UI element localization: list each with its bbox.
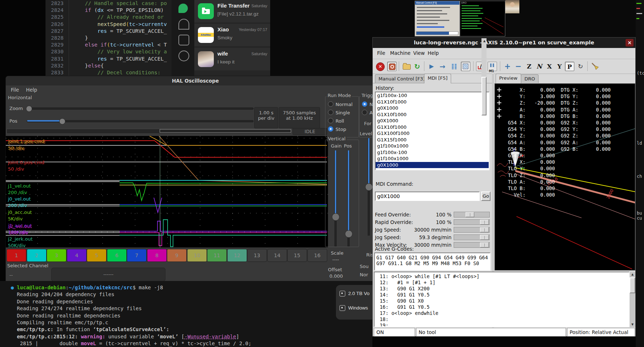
clear-plot-icon[interactable]	[590, 62, 600, 71]
program-scrollbar-thumb[interactable]	[630, 277, 635, 293]
channel-button[interactable]: 13	[247, 249, 267, 262]
channel-button[interactable]: 12	[227, 249, 247, 262]
jog-axis-icon[interactable]	[497, 107, 501, 112]
chat-conversation[interactable]: AltaiMac Xiao Yesterday 07:17 Smoky	[194, 24, 270, 46]
trigger-level-slider-thumb[interactable]	[365, 183, 373, 191]
jog-axis-icon[interactable]	[497, 88, 501, 92]
history-scrollbar-thumb[interactable]	[481, 77, 487, 115]
history-item[interactable]: g1f100x-100	[376, 149, 489, 156]
view-z-rotated-icon[interactable]: N	[535, 62, 544, 71]
override-slider-thumb[interactable]	[466, 212, 474, 217]
channel-button[interactable]: 14	[267, 249, 287, 262]
axis-titlebar[interactable]: luca-long-reverse.ngc - AXIS 2.10.0~pre1…	[373, 38, 635, 48]
vpos-slider-thumb[interactable]	[345, 230, 353, 238]
menu-view[interactable]: View	[413, 50, 425, 56]
radio-icon[interactable]	[362, 101, 367, 107]
history-item[interactable]: G1X10f1000	[376, 111, 489, 118]
channel-button[interactable]: 5	[87, 249, 107, 262]
gcode-line[interactable]: 16: G91 G1 Y0.5	[377, 304, 629, 310]
pause-icon[interactable]	[449, 62, 459, 71]
trigger-force-button[interactable]: For	[364, 121, 371, 126]
scope-window-title[interactable]: HAL Oscilloscope	[6, 76, 385, 85]
run-program-icon[interactable]: ▶	[427, 62, 436, 71]
history-item[interactable]: g1f100x1000	[376, 143, 489, 149]
mdi-history-list[interactable]: g1f100x-100G1X10f1000g0X1000G1X10f1000g0…	[375, 92, 489, 170]
gain-slider-thumb[interactable]	[332, 213, 340, 221]
override-slider[interactable]	[454, 234, 490, 240]
chat-conversation[interactable]: wife Saturday I keep it	[194, 48, 270, 70]
override-slider-thumb[interactable]	[480, 235, 489, 240]
view-z-icon[interactable]: Z	[524, 62, 534, 71]
mini-dro-window[interactable]: DRO	[460, 1, 505, 36]
channel-button[interactable]: 6	[107, 249, 127, 262]
menu-machine[interactable]: Machine	[390, 50, 411, 56]
history-item[interactable]: G1X10f1000	[376, 124, 489, 131]
run-mode-option[interactable]: Single	[328, 110, 353, 118]
gcode-line[interactable]: 12: #1 = [#1 + 1]	[377, 280, 629, 286]
gcode-line[interactable]: 14: G91 G1 Y0.5	[377, 292, 629, 298]
machine-power-icon[interactable]	[387, 62, 397, 71]
channel-button[interactable]: 1	[7, 249, 26, 262]
radio-icon[interactable]	[328, 110, 333, 115]
override-slider[interactable]	[454, 219, 490, 225]
waveform-plot[interactable]: joint.2.pos-cmdjoint.1.pos-cmd50 /div50 …	[6, 136, 328, 247]
history-item[interactable]: g0X1000	[376, 162, 489, 168]
open-file-icon[interactable]	[402, 62, 411, 71]
jog-axis-icon[interactable]	[497, 101, 501, 105]
override-slider[interactable]	[454, 227, 490, 233]
estop-icon[interactable]: ✕	[376, 62, 385, 71]
code-editor[interactable]: 2823 // Handle special case: po2824 if (…	[46, 0, 172, 76]
mdi-command-input[interactable]	[375, 192, 480, 201]
zoom-out-icon[interactable]: −	[514, 62, 523, 71]
scroll-up-icon[interactable]: ▲	[630, 272, 635, 277]
channel-button[interactable]: 15	[287, 249, 307, 262]
tab-manual-control[interactable]: Manual Control [F3]	[375, 74, 428, 83]
scroll-down-icon[interactable]: ▼	[630, 322, 635, 327]
channel-button[interactable]: 3	[47, 249, 66, 262]
radio-icon[interactable]	[328, 118, 333, 123]
gcode-line[interactable]: 19:	[377, 322, 629, 327]
view-x-icon[interactable]: X	[545, 62, 554, 71]
gcode-line[interactable]: 15: G90 G1 X0	[377, 298, 629, 304]
terminal-window[interactable]: ● luca@luca-debian:~/github/aitekcnc/src…	[0, 281, 372, 347]
tab-mdi[interactable]: MDI [F5]	[424, 74, 451, 83]
override-slider[interactable]	[454, 212, 490, 218]
preview-canvas[interactable]: 200.0 2000 X: 0.000 DTG X: 0.000 Y: 3.00…	[494, 83, 635, 271]
reload-icon[interactable]: ↻	[412, 62, 422, 71]
history-item[interactable]: g1f100x1000	[376, 155, 489, 162]
radio-icon[interactable]	[328, 101, 333, 107]
menu-file[interactable]: File	[377, 50, 385, 56]
package-icon[interactable]	[178, 35, 189, 45]
chat-conversation[interactable]: File Transfer Saturday [File] v2.12.1.ta…	[194, 0, 270, 22]
gcode-program-listing[interactable]: 11: o<loop> while [#1 LT #<loops>] 12: #…	[374, 272, 630, 327]
radio-icon[interactable]	[328, 126, 333, 132]
zoom-slider-track[interactable]	[27, 107, 254, 110]
scroll-up-icon[interactable]: ▲	[481, 38, 487, 44]
zoom-in-icon[interactable]: +	[503, 62, 512, 71]
history-item[interactable]: G1X15f1000	[376, 137, 489, 143]
history-item[interactable]: G1X10f1000	[376, 99, 489, 105]
place-item[interactable]: Windows	[336, 303, 372, 314]
override-slider-thumb[interactable]	[480, 220, 489, 225]
tab-dro[interactable]: DRO	[521, 74, 539, 83]
channel-button[interactable]: 7	[127, 249, 147, 262]
moments-aperture-icon[interactable]	[178, 50, 189, 61]
view-y-icon[interactable]: Y	[555, 62, 564, 71]
close-icon[interactable]: ×	[626, 39, 634, 47]
run-mode-option[interactable]: Stop	[328, 126, 353, 135]
override-slider-thumb[interactable]	[480, 227, 489, 232]
channel-button[interactable]: 9	[167, 249, 187, 262]
go-button[interactable]: Go	[481, 192, 490, 201]
channel-button[interactable]: 10	[187, 249, 207, 262]
jog-axis-icon[interactable]	[497, 114, 501, 118]
gcode-line[interactable]: 13: G90 G1 X200	[377, 286, 629, 292]
mini-manual-control-window[interactable]: Manual Control [F3]	[415, 1, 460, 36]
view-perspective-icon[interactable]: P	[565, 62, 574, 71]
chat-bubble-icon[interactable]	[178, 4, 188, 13]
history-scrollbar[interactable]: ▲	[481, 38, 487, 115]
gcode-line[interactable]: 11: o<loop> while [#1 LT #<loops>]	[377, 273, 629, 280]
jog-axis-icon[interactable]	[497, 94, 501, 98]
override-slider[interactable]	[454, 242, 490, 248]
gcode-line[interactable]: 17: o<loop> endwhile	[377, 310, 629, 316]
channel-button[interactable]: 4	[67, 249, 87, 262]
